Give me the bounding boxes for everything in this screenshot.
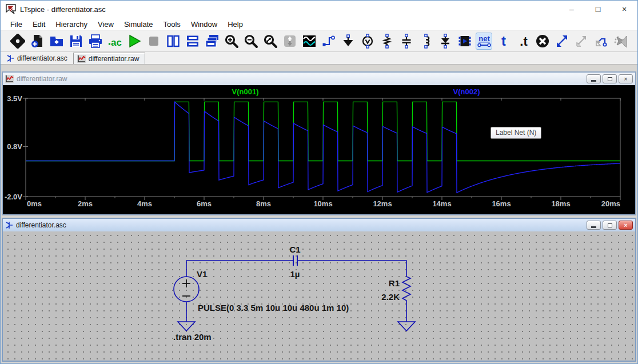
- x-tick-label: 0ms: [27, 199, 42, 208]
- wire-icon[interactable]: [321, 33, 336, 49]
- halt-icon: [146, 33, 161, 49]
- minimize-button[interactable]: –: [559, 1, 585, 18]
- ltspice-window: LTspice - differentiator.asc – □ × FileE…: [0, 0, 638, 364]
- inductor-icon[interactable]: [418, 33, 433, 49]
- ground-symbol-r1[interactable]: [398, 322, 415, 331]
- waveform-restore-button[interactable]: [603, 74, 617, 83]
- tran-directive[interactable]: .tran 20m: [173, 332, 212, 342]
- new-schematic-icon[interactable]: [29, 33, 45, 49]
- menu-item-tools[interactable]: Tools: [158, 19, 186, 30]
- maximize-button[interactable]: □: [585, 1, 611, 18]
- schematic-restore-button[interactable]: [603, 221, 617, 230]
- schematic-window-titlebar[interactable]: differentiator.asc ×: [3, 219, 635, 231]
- close-button[interactable]: ×: [611, 1, 637, 18]
- v1-name-label[interactable]: V1: [197, 269, 207, 279]
- zoom-out-icon[interactable]: [243, 33, 258, 49]
- mdi-area: Label Net (N) differentiator.raw × 0ms2m…: [1, 65, 637, 364]
- tab-label: differentiator.asc: [17, 54, 67, 62]
- label-net-tooltip: Label Net (N): [491, 127, 541, 139]
- schematic-minimize-button[interactable]: [587, 221, 601, 230]
- ltspice-logo-icon: [5, 3, 17, 15]
- move-icon[interactable]: [554, 33, 569, 49]
- v1-polarity-marks: [182, 279, 190, 296]
- waveform-tab-icon: [77, 55, 86, 63]
- schematic-window-icon: [5, 221, 13, 229]
- diode-icon[interactable]: [437, 33, 453, 49]
- tab-differentiator-asc[interactable]: differentiator.asc: [3, 53, 73, 64]
- delete-icon[interactable]: [535, 33, 550, 49]
- print-icon[interactable]: [87, 33, 103, 49]
- x-tick-label: 8ms: [256, 199, 271, 208]
- x-tick-label: 16ms: [492, 199, 511, 208]
- waveform-window-titlebar[interactable]: differentiator.raw ×: [3, 73, 635, 85]
- y-tick-label: -2.0V: [5, 193, 22, 201]
- zoom-extents-icon[interactable]: [262, 33, 278, 49]
- schematic-canvas[interactable]: C1 1µ V1 PULSE(0 3.3 5m 10u 10u 480u 1m …: [3, 231, 635, 361]
- control-panel-icon[interactable]: [10, 33, 25, 49]
- schematic-window-title: differentiator.asc: [16, 221, 66, 229]
- menu-item-edit[interactable]: Edit: [27, 19, 50, 30]
- r1-name-label[interactable]: R1: [389, 278, 400, 288]
- tab-differentiator-raw[interactable]: differentiator.raw: [73, 53, 146, 64]
- waveform-window-title: differentiator.raw: [17, 75, 67, 83]
- v1-value-label[interactable]: PULSE(0 3.3 5m 10u 10u 480u 1m 10): [198, 303, 349, 313]
- zoom-in-icon[interactable]: [224, 33, 239, 49]
- c1-value-label[interactable]: 1µ: [290, 269, 300, 279]
- waveform-minimize-button[interactable]: [587, 74, 601, 83]
- c1-name-label[interactable]: C1: [289, 245, 300, 254]
- waveform-window: differentiator.raw × 0ms2ms4ms6ms8ms10ms…: [2, 71, 636, 215]
- label-net-icon[interactable]: net: [476, 33, 492, 49]
- y-tick-label: 0.8V: [7, 142, 22, 151]
- x-tick-label: 2ms: [78, 199, 93, 208]
- ac-analysis-icon[interactable]: ac: [107, 33, 122, 49]
- menu-item-help[interactable]: Help: [222, 19, 248, 30]
- waveform-plot-area[interactable]: 0ms2ms4ms6ms8ms10ms12ms14ms16ms18ms20ms3…: [3, 85, 635, 214]
- menu-item-file[interactable]: File: [5, 19, 27, 30]
- wire-top-right[interactable]: [297, 261, 406, 275]
- schematic-close-button[interactable]: ×: [619, 221, 633, 230]
- legend-vn002[interactable]: V(n002): [453, 87, 480, 96]
- menu-item-hierarchy[interactable]: Hierarchy: [50, 19, 93, 30]
- menubar: FileEditHierarchyViewSimulateToolsWindow…: [1, 18, 637, 31]
- waveform-pane-icon[interactable]: [301, 33, 317, 49]
- x-tick-label: 18ms: [551, 199, 570, 208]
- cascade-icon[interactable]: [204, 33, 220, 49]
- open-icon[interactable]: [49, 33, 64, 49]
- capacitor-icon[interactable]: [398, 33, 414, 49]
- svg-text:.t: .t: [520, 34, 528, 49]
- tab-label: differentiator.raw: [89, 55, 139, 63]
- save-icon[interactable]: [68, 33, 83, 49]
- schematic-icon: [6, 54, 14, 62]
- c1-symbol[interactable]: [293, 255, 297, 266]
- resistor-icon[interactable]: [379, 33, 394, 49]
- menu-item-window[interactable]: Window: [186, 19, 222, 30]
- menu-item-view[interactable]: View: [93, 19, 119, 30]
- run-icon[interactable]: [126, 33, 142, 49]
- toolbar: ac net t .t: [1, 31, 637, 52]
- schematic-window: differentiator.asc ×: [2, 218, 636, 362]
- tabbar: differentiator.asc differentiator.raw: [1, 52, 637, 65]
- x-tick-label: 6ms: [197, 199, 212, 208]
- x-tick-label: 4ms: [137, 199, 152, 208]
- spice-directive-icon[interactable]: .t: [515, 33, 531, 49]
- ground-symbol-v1[interactable]: [178, 322, 195, 331]
- x-tick-label: 10ms: [313, 199, 332, 208]
- drag-icon: [573, 33, 589, 49]
- tile-vertical-icon[interactable]: [165, 33, 181, 49]
- component-icon[interactable]: [457, 33, 472, 49]
- svg-text:t: t: [501, 34, 506, 49]
- waveform-close-button[interactable]: ×: [619, 74, 633, 83]
- ground-icon[interactable]: [340, 33, 356, 49]
- legend-vn001[interactable]: V(n001): [232, 87, 259, 96]
- titlebar: LTspice - differentiator.asc – □ ×: [1, 1, 637, 18]
- text-icon[interactable]: t: [496, 33, 511, 49]
- menu-item-simulate[interactable]: Simulate: [119, 19, 158, 30]
- waveform-plot: 0ms2ms4ms6ms8ms10ms12ms14ms16ms18ms20ms3…: [3, 85, 636, 214]
- x-tick-label: 12ms: [373, 199, 392, 208]
- x-tick-label: 14ms: [432, 199, 451, 208]
- r1-symbol[interactable]: [402, 275, 410, 303]
- tile-horizontal-icon[interactable]: [185, 33, 200, 49]
- svg-text:net: net: [478, 34, 490, 43]
- voltage-source-icon[interactable]: [360, 33, 375, 49]
- r1-value-label[interactable]: 2.2K: [381, 292, 400, 302]
